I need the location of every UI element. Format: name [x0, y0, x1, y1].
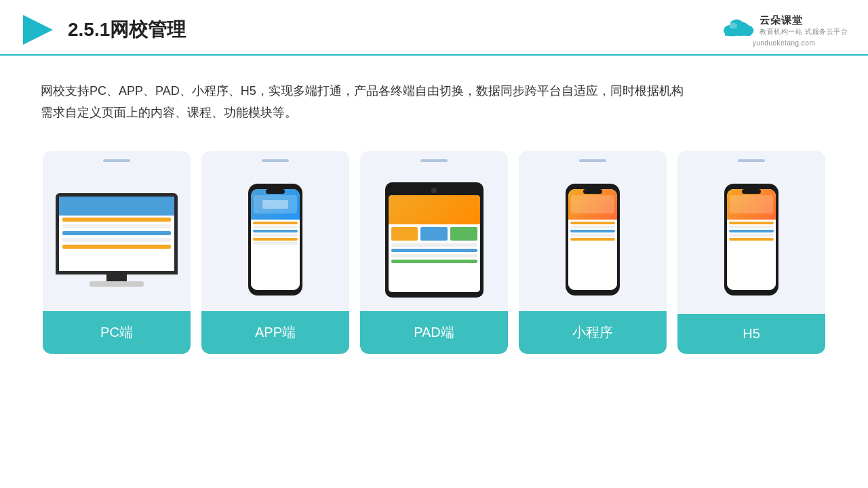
phone-mockup-app — [248, 184, 302, 296]
card-image-pc — [43, 162, 191, 311]
card-image-app — [201, 162, 349, 311]
pc-bar-5 — [62, 245, 171, 249]
card-label-app: APP端 — [201, 311, 349, 354]
description-text2: 需求自定义页面上的内容、课程、功能模块等。 — [41, 102, 827, 123]
play-icon — [20, 12, 56, 47]
phone-mockup-h5 — [724, 184, 778, 296]
svg-marker-0 — [23, 15, 53, 45]
pc-bar-4 — [62, 238, 171, 242]
card-label-miniapp: 小程序 — [519, 311, 667, 354]
pc-mockup — [56, 193, 178, 287]
card-label-pad: PAD端 — [360, 311, 508, 354]
tablet-screen-top — [389, 195, 480, 224]
miniapp-bar-4 — [570, 234, 615, 237]
phone-screen-h5 — [727, 189, 776, 290]
h5-bar-5 — [729, 238, 774, 241]
phone-mini-bar-4 — [253, 234, 298, 237]
h5-bar-4 — [729, 234, 774, 237]
pc-neck — [106, 274, 127, 281]
svg-point-6 — [729, 22, 737, 28]
header-left: 2.5.1网校管理 — [20, 12, 186, 47]
description: 网校支持PC、APP、PAD、小程序、H5，实现多端打通，产品各终端自由切换，数… — [0, 56, 868, 131]
miniapp-bar-2 — [570, 226, 615, 228]
phone-mini-bar-1 — [253, 222, 298, 224]
h5-bar-1 — [729, 222, 774, 224]
logo-slogan2: 式服务云平台 — [805, 27, 848, 37]
logo-cloud: 云朵课堂 教育机构一站 式服务云平台 — [720, 14, 848, 38]
tablet-mini-bar-2 — [391, 249, 477, 252]
phone-screen-body-h5 — [727, 220, 776, 290]
tablet-mini-bar-1 — [391, 243, 477, 247]
pc-bar-1 — [62, 218, 171, 222]
tablet-mockup — [385, 182, 484, 298]
tablet-mini-bar-4 — [391, 260, 477, 263]
miniapp-bar-1 — [570, 222, 615, 224]
logo-area: 云朵课堂 教育机构一站 式服务云平台 yunduoketang.com — [720, 14, 848, 47]
phone-mockup-miniapp — [566, 184, 620, 296]
logo-text-group: 云朵课堂 教育机构一站 式服务云平台 — [760, 14, 848, 37]
cloud-icon — [720, 14, 755, 38]
pc-base — [90, 281, 144, 287]
card-miniapp: 小程序 — [519, 151, 667, 354]
card-image-pad — [360, 162, 508, 311]
logo-slogan1: 教育机构一站 — [760, 27, 802, 37]
card-image-miniapp — [519, 162, 667, 311]
miniapp-bar-5 — [570, 238, 615, 241]
header: 2.5.1网校管理 云朵课堂 教育机构一站 式服务云平台 yund — [0, 0, 868, 56]
phone-screen-miniapp — [568, 189, 617, 290]
pc-screen-outer — [56, 193, 178, 274]
card-pad: PAD端 — [360, 151, 508, 354]
tablet-screen — [389, 195, 480, 292]
svg-rect-5 — [725, 30, 751, 36]
pc-screen-content — [59, 197, 174, 271]
card-label-pc: PC端 — [43, 311, 191, 354]
phone-mini-bar-5 — [253, 238, 298, 241]
h5-bar-3 — [729, 230, 774, 232]
tablet-camera — [431, 188, 437, 193]
phone-mini-bar-2 — [253, 226, 298, 228]
pc-bar-2 — [62, 224, 171, 228]
phone-notch-h5 — [742, 189, 761, 194]
phone-notch-miniapp — [583, 189, 602, 194]
phone-screen-body-miniapp — [568, 220, 617, 290]
pc-screen-bars — [62, 218, 171, 251]
phone-screen-body-app — [251, 220, 300, 290]
card-app: APP端 — [201, 151, 349, 354]
miniapp-bar-3 — [570, 230, 615, 232]
cards-container: PC端 — [0, 131, 868, 354]
page-title: 2.5.1网校管理 — [68, 17, 186, 43]
card-image-h5 — [677, 162, 825, 311]
pc-bar-3 — [62, 231, 171, 235]
logo-name: 云朵课堂 — [760, 14, 848, 27]
card-h5: H5 — [677, 151, 825, 354]
phone-screen-app — [251, 189, 300, 290]
h5-bar-2 — [729, 226, 774, 228]
card-label-h5: H5 — [677, 314, 825, 354]
phone-mini-bar-6 — [253, 242, 298, 245]
tablet-mini-bar-3 — [391, 254, 477, 258]
phone-notch-app — [266, 189, 285, 194]
card-pc: PC端 — [43, 151, 191, 354]
phone-mini-bar-3 — [253, 230, 298, 232]
tablet-screen-body — [389, 224, 480, 268]
logo-url: yunduoketang.com — [753, 39, 816, 47]
description-text: 网校支持PC、APP、PAD、小程序、H5，实现多端打通，产品各终端自由切换，数… — [41, 80, 827, 102]
